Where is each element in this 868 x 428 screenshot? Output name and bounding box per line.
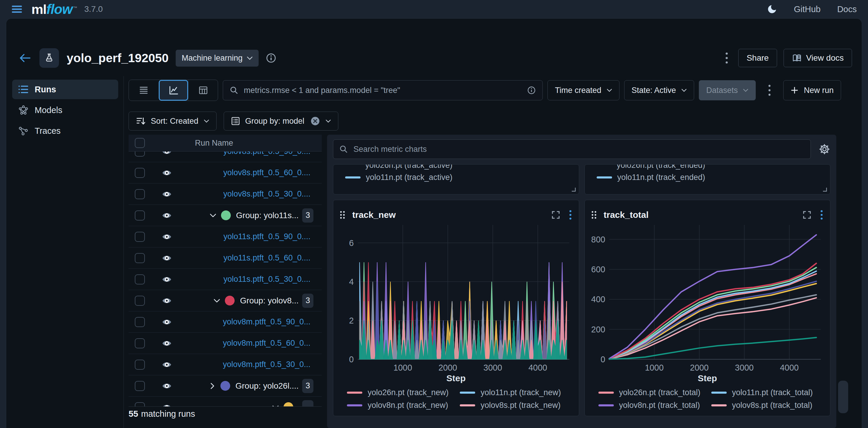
row-visibility-eye-icon[interactable] [161,360,172,369]
runs-search-input[interactable]: metrics.rmse < 1 and params.model = "tre… [223,80,543,100]
charts-settings-gear-icon[interactable] [818,143,830,155]
table-row-run[interactable]: yolo11s.ptft_0.5_60_0.... [129,248,322,269]
row-visibility-eye-icon[interactable] [161,152,172,156]
row-visibility-eye-icon[interactable] [161,254,172,263]
card-drag-handle-icon[interactable] [339,210,346,219]
hamburger-menu-icon[interactable] [11,4,23,14]
row-checkbox[interactable] [135,360,145,370]
run-name-link[interactable]: yolov8s.ptft_0.5_30_0.... [223,190,310,199]
theme-toggle-moon-icon[interactable] [767,4,777,14]
time-created-dropdown[interactable]: Time created [548,80,619,100]
expand-chart-icon[interactable] [801,209,813,221]
legend-item[interactable]: yolov8s.pt (track_total) [711,401,824,410]
row-checkbox[interactable] [135,210,145,221]
chart-overflow-menu-icon[interactable] [819,209,824,221]
table-row-run[interactable]: yolov8m.ptft_0.5_30_0... [129,354,322,375]
card-resize-handle[interactable] [571,187,576,192]
card-drag-handle-icon[interactable] [591,210,597,219]
table-row-run[interactable]: yolov8m.ptft_0.5_90_0... [129,311,322,333]
run-name-link[interactable]: yolo11s.ptft_0.5_90_0.... [223,232,310,241]
row-checkbox[interactable] [135,402,145,407]
view-docs-button[interactable]: View docs [783,49,852,67]
row-checkbox[interactable] [135,296,145,306]
row-checkbox[interactable] [135,274,145,285]
clear-group-by-icon[interactable] [310,116,320,126]
chart-view-toggle[interactable] [158,80,188,101]
legend-item[interactable]: yolo11n.pt (track_total) [711,388,824,397]
row-checkbox[interactable] [135,338,145,349]
table-row-run[interactable]: yolov8s.ptft_0.5_30_0.... [129,184,322,205]
row-visibility-eye-icon[interactable] [161,211,172,220]
legend-item[interactable]: yolov8n.pt (track_new) [347,401,460,410]
track-new-chart-plot[interactable]: 10002000300040000246 [339,223,573,373]
card-resize-handle[interactable] [823,187,827,192]
row-checkbox[interactable] [135,232,145,242]
sidebar-item-models[interactable]: Models [12,100,118,120]
row-visibility-eye-icon[interactable] [161,275,172,284]
docs-link[interactable]: Docs [837,4,857,14]
chevron-down-icon[interactable] [214,298,220,303]
datasets-dropdown[interactable]: Datasets [699,80,756,100]
run-name-link[interactable]: yolov8m.ptft_0.5_30_0... [223,360,310,369]
legend-item[interactable]: yolo11n.pt (track_active) [339,173,573,182]
legend-item[interactable]: yolov8s.pt (track_new) [460,401,572,410]
table-row-group[interactable]: Group: yolov8...3 [129,290,322,311]
chevron-down-icon[interactable] [210,213,216,218]
select-all-checkbox[interactable] [135,138,145,148]
charts-scrollbar-thumb[interactable] [838,381,848,413]
table-view-toggle[interactable] [188,80,218,101]
chevron-right-icon[interactable] [209,384,216,388]
row-checkbox[interactable] [135,253,145,263]
table-row-run[interactable]: yolov8s.ptft_0.5_90_0.... [129,152,322,162]
table-row-run[interactable]: yolov8s.ptft_0.5_60_0.... [129,162,322,184]
state-filter-dropdown[interactable]: State: Active [624,80,694,100]
row-visibility-eye-icon[interactable] [161,168,172,177]
table-row-run[interactable]: yolo11s.ptft_0.5_30_0.... [129,269,322,290]
legend-item[interactable]: yolo11n.pt (track_new) [460,388,572,397]
runs-toolbar-overflow-menu[interactable] [764,85,775,96]
run-name-link[interactable]: yolo11s.ptft_0.5_60_0.... [223,253,310,263]
chevron-down-icon[interactable] [272,405,279,407]
row-checkbox[interactable] [135,189,145,199]
run-name-link[interactable]: yolo11s.ptft_0.5_30_0.... [223,275,310,284]
experiment-overflow-menu[interactable] [722,50,732,66]
legend-item[interactable]: yolov8n.pt (track_total) [598,401,711,410]
row-checkbox[interactable] [135,381,145,391]
category-tag-dropdown[interactable]: Machine learning [176,50,259,67]
mlflow-logo[interactable]: mlflow™ [31,1,77,17]
table-row-run[interactable]: yolov8m.ptft_0.5_60_0... [129,333,322,354]
back-arrow-button[interactable] [18,51,32,65]
table-row-group[interactable] [129,397,322,406]
row-visibility-eye-icon[interactable] [161,190,172,199]
metric-chart-card-track-ended[interactable]: yolo26n.pt (track_ended) yolo11n.pt (tra… [585,164,831,194]
row-visibility-eye-icon[interactable] [161,403,172,407]
row-visibility-eye-icon[interactable] [161,382,172,390]
row-checkbox[interactable] [135,152,145,157]
metric-chart-card-track-active[interactable]: yolo26n.pt (track_active) yolo11n.pt (tr… [333,164,579,194]
row-visibility-eye-icon[interactable] [161,339,172,348]
sidebar-item-traces[interactable]: Traces [12,121,118,141]
sort-dropdown[interactable]: Sort: Created [129,111,217,131]
search-info-icon[interactable] [527,86,536,95]
row-visibility-eye-icon[interactable] [161,296,172,305]
table-row-run[interactable]: yolo11s.ptft_0.5_90_0.... [129,226,322,248]
table-row-group[interactable]: Group: yolo11s...3 [129,205,322,226]
metric-charts-search-input[interactable]: Search metric charts [333,139,811,159]
table-row-group[interactable]: Group: yolo26l....3 [129,375,322,397]
sidebar-item-runs[interactable]: Runs [12,79,118,99]
track-total-chart-plot[interactable]: 10002000300040000200400600800 [591,223,825,373]
chart-overflow-menu-icon[interactable] [568,209,573,221]
list-view-toggle[interactable] [129,80,158,101]
row-visibility-eye-icon[interactable] [161,318,172,327]
legend-item[interactable]: yolo26n.pt (track_new) [347,388,460,397]
github-link[interactable]: GitHub [794,4,820,14]
experiment-info-icon[interactable] [266,53,276,63]
run-name-link[interactable]: yolov8m.ptft_0.5_60_0... [223,339,310,348]
legend-item[interactable]: yolo26n.pt (track_total) [598,388,711,397]
new-run-button[interactable]: New run [783,80,841,100]
share-button[interactable]: Share [738,49,777,67]
row-checkbox[interactable] [135,317,145,327]
run-name-link[interactable]: yolov8s.ptft_0.5_60_0.... [223,168,310,177]
legend-item[interactable]: yolo11n.pt (track_ended) [591,173,825,182]
run-name-column-header[interactable]: Run Name [195,138,233,148]
